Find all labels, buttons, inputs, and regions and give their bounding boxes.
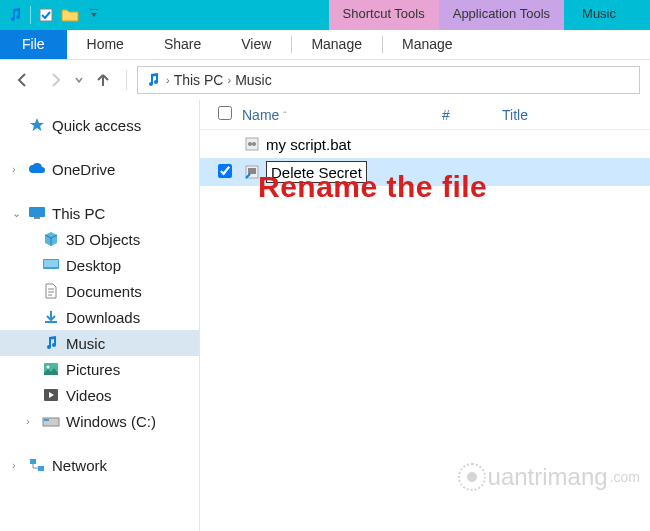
back-button[interactable] <box>10 67 36 93</box>
network-icon <box>26 456 48 474</box>
file-row[interactable]: my script.bat <box>200 130 650 158</box>
window-titlebar: Shortcut Tools Application Tools Music <box>0 0 650 30</box>
up-button[interactable] <box>90 67 116 93</box>
nav-music[interactable]: Music <box>0 330 199 356</box>
nav-drive-c[interactable]: › Windows (C:) <box>0 408 199 434</box>
navigation-pane: Quick access › OneDrive ⌄ This PC <box>0 100 200 531</box>
nav-label: This PC <box>52 205 105 222</box>
nav-label: Quick access <box>52 117 141 134</box>
addr-separator <box>126 70 127 90</box>
nav-label: Videos <box>66 387 112 404</box>
nav-label: Documents <box>66 283 142 300</box>
svg-rect-3 <box>34 217 40 219</box>
nav-desktop[interactable]: Desktop <box>0 252 199 278</box>
nav-onedrive[interactable]: › OneDrive <box>0 156 199 182</box>
svg-rect-18 <box>248 168 256 174</box>
row-checkbox[interactable] <box>218 164 242 181</box>
forward-button[interactable] <box>42 67 68 93</box>
file-name: my script.bat <box>266 136 351 153</box>
ribbon-tabs: File Home Share View Manage Manage <box>0 30 650 60</box>
address-bar-row: › This PC › Music <box>0 60 650 100</box>
nav-this-pc[interactable]: ⌄ This PC <box>0 200 199 226</box>
desktop-icon <box>40 256 62 274</box>
nav-label: 3D Objects <box>66 231 140 248</box>
nav-pictures[interactable]: Pictures <box>0 356 199 382</box>
share-tab[interactable]: Share <box>144 30 221 59</box>
chevron-right-icon: › <box>12 163 26 175</box>
manage-shortcut-tab[interactable]: Manage <box>291 30 382 59</box>
qat-dropdown-icon[interactable] <box>83 4 105 26</box>
breadcrumb-chevron-icon[interactable]: › <box>227 74 231 86</box>
star-icon <box>26 116 48 134</box>
checkbox-icon[interactable] <box>35 4 57 26</box>
svg-rect-6 <box>45 321 57 323</box>
nav-label: Music <box>66 335 105 352</box>
application-tools-tab[interactable]: Application Tools <box>439 0 564 30</box>
chevron-right-icon: › <box>12 459 26 471</box>
download-icon <box>40 308 62 326</box>
column-number-header[interactable]: # <box>442 107 502 123</box>
column-name-header[interactable]: Name ˆ <box>242 107 442 123</box>
folder-icon[interactable] <box>59 4 81 26</box>
picture-icon <box>40 360 62 378</box>
svg-point-15 <box>248 142 252 146</box>
file-list-area: Name ˆ # Title my script.bat Delete Secr… <box>200 100 650 531</box>
recent-locations-dropdown[interactable] <box>74 75 84 85</box>
nav-network[interactable]: › Network <box>0 452 199 478</box>
breadcrumb-this-pc[interactable]: This PC <box>174 72 224 88</box>
nav-label: Desktop <box>66 257 121 274</box>
cloud-icon <box>26 160 48 178</box>
chevron-right-icon: › <box>26 415 40 427</box>
view-tab[interactable]: View <box>221 30 291 59</box>
monitor-icon <box>26 204 48 222</box>
svg-rect-1 <box>90 9 98 10</box>
music-folder-icon <box>144 71 162 89</box>
nav-label: Windows (C:) <box>66 413 156 430</box>
column-title-header[interactable]: Title <box>502 107 650 123</box>
quick-access-toolbar <box>0 0 109 30</box>
qat-separator <box>30 6 31 24</box>
breadcrumb-bar[interactable]: › This PC › Music <box>137 66 640 94</box>
home-tab[interactable]: Home <box>67 30 144 59</box>
nav-label: OneDrive <box>52 161 115 178</box>
explorer-body: Quick access › OneDrive ⌄ This PC <box>0 100 650 531</box>
drive-icon <box>40 412 62 430</box>
document-icon <box>40 282 62 300</box>
svg-point-8 <box>47 366 50 369</box>
nav-quick-access[interactable]: Quick access <box>0 112 199 138</box>
file-tab[interactable]: File <box>0 30 67 59</box>
contextual-tabs: Shortcut Tools Application Tools Music <box>329 0 630 30</box>
nav-videos[interactable]: Videos <box>0 382 199 408</box>
watermark-logo-icon <box>458 463 486 491</box>
svg-rect-11 <box>44 419 49 421</box>
annotation-text: Rename the file <box>258 170 487 204</box>
window-title: Music <box>564 0 630 30</box>
nav-label: Pictures <box>66 361 120 378</box>
svg-rect-5 <box>44 260 58 267</box>
nav-documents[interactable]: Documents <box>0 278 199 304</box>
batch-file-icon <box>242 135 262 153</box>
svg-rect-2 <box>29 207 45 217</box>
svg-point-16 <box>252 142 256 146</box>
svg-rect-12 <box>30 459 36 464</box>
nav-label: Downloads <box>66 309 140 326</box>
shortcut-tools-tab[interactable]: Shortcut Tools <box>329 0 439 30</box>
cube-icon <box>40 230 62 248</box>
chevron-down-icon: ⌄ <box>12 207 26 220</box>
nav-label: Network <box>52 457 107 474</box>
nav-3d-objects[interactable]: 3D Objects <box>0 226 199 252</box>
sort-caret-icon: ˆ <box>283 110 286 120</box>
select-all-checkbox[interactable] <box>218 106 242 123</box>
breadcrumb-music[interactable]: Music <box>235 72 272 88</box>
nav-downloads[interactable]: Downloads <box>0 304 199 330</box>
svg-rect-13 <box>38 466 44 471</box>
breadcrumb-chevron-icon[interactable]: › <box>166 74 170 86</box>
column-headers: Name ˆ # Title <box>200 100 650 130</box>
watermark: uantrimang.com <box>458 463 640 491</box>
svg-rect-0 <box>40 9 52 21</box>
music-note-icon <box>40 334 62 352</box>
manage-application-tab[interactable]: Manage <box>382 30 473 59</box>
video-icon <box>40 386 62 404</box>
music-app-icon <box>4 4 26 26</box>
